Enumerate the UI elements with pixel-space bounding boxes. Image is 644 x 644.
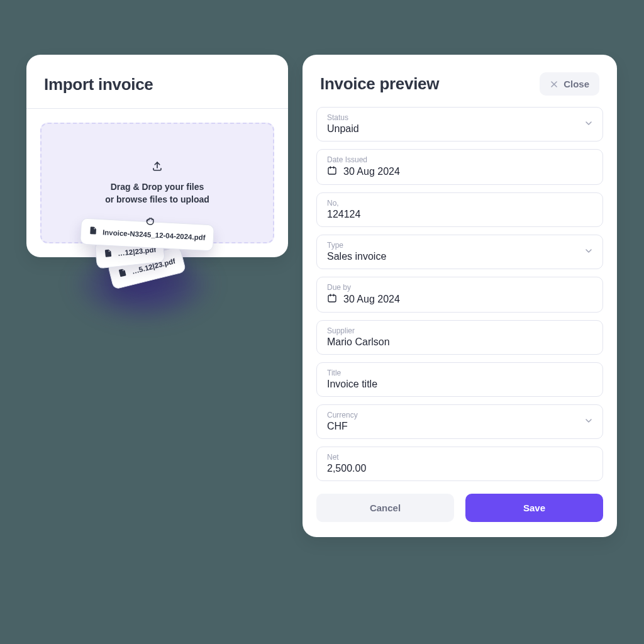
svg-rect-3 [328, 167, 336, 174]
file-name: …5.12|23.pdf [131, 257, 176, 275]
import-body: Drag & Drop your files or browse files t… [26, 109, 288, 257]
upload-icon [152, 160, 163, 174]
svg-rect-6 [328, 295, 336, 302]
field-label: Currency [327, 411, 592, 419]
preview-title: Invoice preview [320, 74, 439, 94]
due-by-field[interactable]: Due by 30 Aug 2024 [316, 277, 603, 313]
dropzone-text-line-2: or browse files to upload [105, 193, 209, 206]
field-value: Sales invoice [327, 251, 592, 262]
date-issued-value: 30 Aug 2024 [343, 166, 400, 177]
field-value: 30 Aug 2024 [327, 165, 592, 178]
cancel-button[interactable]: Cancel [316, 494, 454, 522]
currency-select[interactable]: Currency CHF [316, 404, 603, 439]
field-label: Status [327, 113, 592, 122]
preview-actions: Cancel Save [303, 481, 617, 522]
dropzone-text-line-1: Drag & Drop your files [111, 180, 204, 193]
file-stack-shadow [70, 252, 216, 324]
chevron-down-icon [584, 416, 594, 428]
field-label: Type [327, 241, 592, 250]
preview-header: Invoice preview Close [303, 55, 617, 107]
close-button[interactable]: Close [540, 72, 599, 96]
field-value: 2,500.00 [327, 463, 592, 474]
field-value: Mario Carlson [327, 336, 592, 348]
supplier-field[interactable]: Supplier Mario Carlson [316, 320, 603, 355]
import-header: Import invoice [26, 55, 288, 108]
net-field[interactable]: Net 2,500.00 [316, 447, 603, 481]
field-value: 30 Aug 2024 [327, 293, 592, 306]
field-label: Date Issued [327, 155, 592, 164]
preview-fields: Status Unpaid Date Issued 30 Aug 2024 No… [303, 107, 617, 481]
type-select[interactable]: Type Sales invoice [316, 235, 603, 269]
title-field[interactable]: Title Invoice title [316, 362, 603, 397]
calendar-icon [327, 165, 337, 178]
field-label: Supplier [327, 326, 592, 335]
close-button-label: Close [564, 79, 589, 89]
import-title: Import invoice [44, 75, 270, 94]
field-label: Net [327, 453, 592, 462]
file-icon [117, 267, 128, 281]
file-dropzone[interactable]: Drag & Drop your files or browse files t… [40, 123, 274, 243]
invoice-preview-card: Invoice preview Close Status Unpaid Date… [303, 55, 617, 537]
import-invoice-card: Import invoice Drag & Drop your files or… [26, 55, 288, 257]
invoice-no-field[interactable]: No, 124124 [316, 192, 603, 227]
field-label: Title [327, 369, 592, 377]
date-issued-field[interactable]: Date Issued 30 Aug 2024 [316, 149, 603, 185]
field-label: Due by [327, 283, 592, 292]
due-by-value: 30 Aug 2024 [343, 294, 400, 305]
field-value: Invoice title [327, 379, 592, 390]
field-value: CHF [327, 421, 592, 432]
save-button[interactable]: Save [465, 494, 603, 522]
field-value: Unpaid [327, 123, 592, 135]
field-label: No, [327, 199, 592, 208]
chevron-down-icon [584, 246, 594, 258]
chevron-down-icon [584, 118, 594, 131]
calendar-icon [327, 293, 337, 306]
field-value: 124124 [327, 209, 592, 220]
status-select[interactable]: Status Unpaid [316, 107, 603, 142]
